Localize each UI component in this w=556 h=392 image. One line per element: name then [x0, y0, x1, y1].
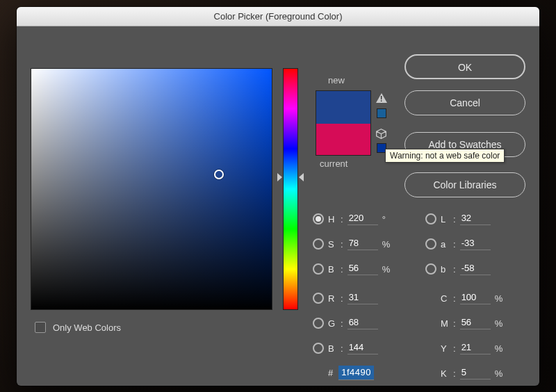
bh-input[interactable]: 56: [348, 263, 378, 275]
l-radio[interactable]: [425, 213, 436, 224]
bb-input[interactable]: 144: [348, 342, 378, 354]
m-label: M: [441, 318, 453, 329]
a-radio[interactable]: [425, 238, 436, 250]
nearest-printable-swatch[interactable]: [377, 108, 386, 118]
s-input[interactable]: 78: [348, 238, 378, 250]
bh-radio[interactable]: [313, 263, 324, 275]
h-label: H: [328, 214, 341, 224]
c-input[interactable]: 100: [460, 292, 491, 304]
checkbox-box: [35, 322, 46, 333]
color-libraries-button[interactable]: Color Libraries: [404, 172, 525, 197]
new-label: new: [328, 75, 345, 85]
hex-input[interactable]: 1f4490: [338, 366, 374, 380]
h-input[interactable]: 220: [348, 213, 378, 225]
r-input[interactable]: 31: [348, 292, 378, 304]
s-label: S: [328, 239, 341, 250]
current-label: current: [320, 158, 348, 169]
color-preview: [316, 90, 371, 156]
k-input[interactable]: 5: [460, 367, 491, 379]
y-input[interactable]: 21: [460, 342, 491, 354]
l-input[interactable]: 32: [460, 213, 491, 225]
hue-slider[interactable]: [283, 68, 298, 310]
window-title: Color Picker (Foreground Color): [214, 11, 343, 22]
bl-label: b: [441, 264, 453, 275]
websafe-warning-icon[interactable]: [375, 128, 387, 140]
g-radio[interactable]: [313, 318, 324, 329]
g-label: G: [328, 318, 341, 329]
window-titlebar: Color Picker (Foreground Color): [17, 7, 539, 26]
a-label: a: [441, 239, 453, 250]
current-color-swatch[interactable]: [316, 124, 370, 156]
s-radio[interactable]: [313, 238, 324, 250]
h-radio[interactable]: [313, 213, 324, 224]
bb-label: B: [328, 343, 341, 354]
bl-input[interactable]: -58: [460, 263, 491, 275]
only-web-colors-label: Only Web Colors: [53, 322, 121, 333]
websafe-tooltip: Warning: not a web safe color: [385, 149, 505, 163]
a-input[interactable]: -33: [460, 238, 491, 250]
k-label: K: [441, 368, 453, 379]
color-picker-dialog: Color Picker (Foreground Color) new curr…: [17, 7, 539, 386]
y-label: Y: [441, 343, 453, 354]
bh-label: B: [328, 264, 341, 275]
g-input[interactable]: 68: [348, 317, 378, 329]
cancel-button[interactable]: Cancel: [404, 90, 525, 115]
l-label: L: [441, 214, 453, 224]
r-label: R: [328, 293, 341, 304]
only-web-colors-checkbox[interactable]: Only Web Colors: [35, 322, 121, 333]
bb-radio[interactable]: [313, 343, 324, 354]
bl-radio[interactable]: [425, 263, 436, 275]
c-label: C: [441, 293, 453, 304]
m-input[interactable]: 56: [460, 317, 491, 329]
hash-label: #: [328, 368, 333, 378]
r-radio[interactable]: [313, 293, 324, 304]
gamut-warning-icon[interactable]: !: [376, 93, 387, 103]
saturation-brightness-field[interactable]: [31, 68, 272, 310]
new-color-swatch: [316, 91, 370, 124]
ok-button[interactable]: OK: [404, 54, 525, 79]
